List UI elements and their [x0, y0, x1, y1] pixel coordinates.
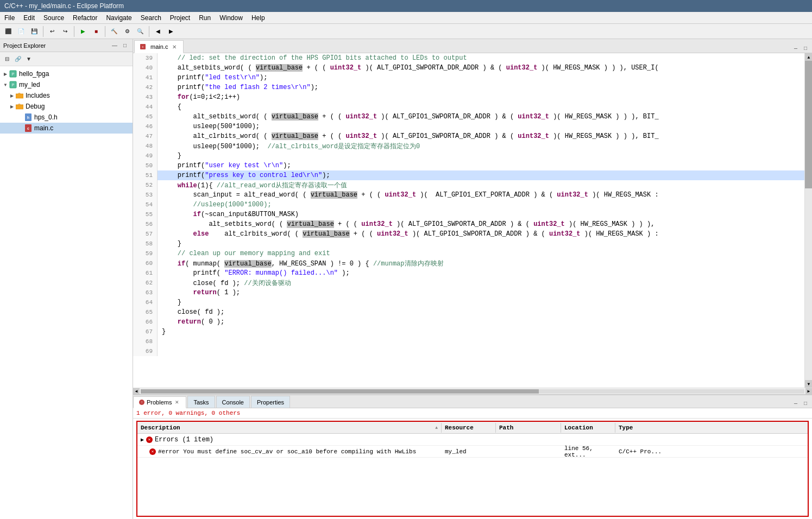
col-header-location[interactable]: Location: [561, 423, 615, 433]
hscroll-thumb[interactable]: [141, 389, 539, 394]
col-header-type[interactable]: Type: [615, 423, 681, 433]
tab-close-main-c[interactable]: ✕: [171, 43, 178, 50]
error-item-text: #error You must define soc_cv_av or soc_…: [158, 448, 416, 455]
pe-collapse-btn[interactable]: ⊟: [2, 54, 12, 64]
menu-edit[interactable]: Edit: [19, 13, 39, 23]
toolbar-btn-11[interactable]: ◀: [152, 26, 164, 37]
code-text-48: usleep(500*1000); //alt_clrbits_word是设定指…: [158, 141, 804, 151]
pe-minimize-icon[interactable]: —: [110, 41, 119, 50]
code-text-45: alt_setbits_word( ( virtual_base + ( ( u…: [158, 112, 804, 122]
vscroll-up-btn[interactable]: ▲: [805, 53, 812, 61]
tree-item-my-led[interactable]: ▼ P my_led: [0, 79, 133, 90]
bottom-tab-properties[interactable]: Properties: [251, 396, 290, 408]
code-row-64: 64 }: [133, 298, 804, 307]
code-row-51: 51 printf("press key to control led\r\n"…: [133, 170, 804, 180]
menu-run[interactable]: Run: [194, 13, 215, 23]
editor-tab-main-c[interactable]: c main.c ✕: [134, 40, 184, 53]
line-num-68: 68: [133, 337, 158, 346]
bottom-tab-tasks[interactable]: Tasks: [187, 396, 215, 408]
menu-source[interactable]: Source: [39, 13, 68, 23]
code-row-49: 49 }: [133, 151, 804, 161]
vscroll-thumb[interactable]: [805, 61, 812, 188]
bottom-tab-problems[interactable]: ! Problems ✕: [133, 396, 186, 408]
code-row-52: 52 while(1){ //alt_read_word从指定寄存器读取一个值: [133, 180, 804, 190]
editor-minimize-icon[interactable]: —: [791, 44, 800, 53]
tree-item-includes[interactable]: ▶ Includes: [0, 90, 133, 101]
pe-link-btn[interactable]: 🔗: [13, 54, 23, 64]
menu-file[interactable]: File: [0, 13, 19, 23]
sort-arrow-description: ▲: [435, 425, 438, 430]
code-row-54: 54 //usleep(1000*1000);: [133, 200, 804, 210]
col-label-path: Path: [499, 425, 513, 431]
svg-text:c: c: [27, 126, 29, 130]
hscroll-left-btn[interactable]: ◀: [133, 388, 140, 395]
toolbar-btn-7[interactable]: ■: [90, 26, 102, 37]
code-text-56: alt_setbits_word( ( virtual_base + ( ( u…: [158, 219, 804, 229]
toolbar-btn-4[interactable]: ↩: [46, 26, 58, 37]
line-num-40: 40: [133, 63, 158, 73]
svg-text:h: h: [27, 116, 29, 119]
toolbar-btn-2[interactable]: 📄: [15, 26, 27, 37]
code-row-55: 55 if(~scan_input&BUTTON_MASK): [133, 210, 804, 219]
menu-help[interactable]: Help: [247, 13, 269, 23]
toolbar-btn-9[interactable]: ⚙: [121, 26, 133, 37]
folder-icon-includes: [15, 91, 24, 100]
line-num-45: 45: [133, 112, 158, 122]
toolbar-btn-5[interactable]: ↪: [59, 26, 71, 37]
toolbar-btn-1[interactable]: ⬛: [2, 26, 14, 37]
bottom-tab-console[interactable]: Console: [216, 396, 250, 408]
tree-item-hello-fpga[interactable]: ▶ P hello_fpga: [0, 68, 133, 79]
vscroll-down-btn[interactable]: ▼: [805, 380, 812, 388]
hscroll-track[interactable]: [141, 389, 804, 394]
folder-icon-debug: [15, 102, 24, 111]
error-group-label: Errors (1 item): [155, 436, 213, 444]
code-editor[interactable]: 39 // led: set the direction of the HPS …: [133, 53, 804, 388]
hscroll-right-btn[interactable]: ▶: [805, 388, 812, 395]
menu-window[interactable]: Window: [215, 13, 247, 23]
menu-navigate[interactable]: Navigate: [102, 13, 136, 23]
window-title: C/C++ - my_led/main.c - Eclipse Platform: [4, 2, 124, 10]
editor-vscroll[interactable]: ▲ ▼: [804, 53, 812, 388]
code-text-58: }: [158, 239, 804, 249]
file-icon-hps-0h: h: [24, 113, 33, 122]
bottom-panel-minimize[interactable]: —: [791, 399, 800, 408]
problems-tab-label: Problems: [147, 399, 172, 406]
menu-search[interactable]: Search: [136, 13, 166, 23]
code-text-39: // led: set the direction of the HPS GPI…: [158, 53, 804, 63]
error-group-row[interactable]: ▶ ✕ Errors (1 item): [137, 434, 808, 446]
toolbar-sep-3: [105, 26, 105, 37]
col-label-type: Type: [619, 425, 633, 431]
col-header-resource[interactable]: Resource: [442, 423, 496, 433]
error-item-row[interactable]: ✕ #error You must define soc_cv_av or so…: [137, 446, 808, 458]
editor-area: c main.c ✕ — □ 39 // led: set: [133, 39, 812, 394]
col-header-path[interactable]: Path: [496, 423, 561, 433]
toolbar-btn-10[interactable]: 🔍: [134, 26, 146, 37]
vscroll-track[interactable]: [805, 61, 812, 380]
tree-item-hps-0h[interactable]: h hps_0.h: [0, 112, 133, 123]
editor-maximize-icon[interactable]: □: [801, 44, 810, 53]
pe-maximize-icon[interactable]: □: [121, 41, 129, 50]
toolbar-btn-6[interactable]: ▶: [77, 26, 89, 37]
toolbar-btn-8[interactable]: 🔨: [108, 26, 120, 37]
toolbar-btn-12[interactable]: ▶: [165, 26, 177, 37]
tree-item-main-c[interactable]: c main.c: [0, 123, 133, 134]
group-arrow-icon: ▶: [141, 436, 144, 443]
problems-bordered: Description ▲ Resource Path Location: [136, 421, 809, 517]
line-num-39: 39: [133, 53, 158, 63]
line-num-69: 69: [133, 346, 158, 356]
pe-menu-btn[interactable]: ▼: [24, 54, 34, 64]
toolbar-btn-3[interactable]: 💾: [28, 26, 40, 37]
tree-item-debug[interactable]: ▶ Debug: [0, 101, 133, 112]
code-text-42: printf("the led flash 2 times\r\n");: [158, 83, 804, 92]
code-row-39: 39 // led: set the direction of the HPS …: [133, 53, 804, 63]
menu-bar: File Edit Source Refactor Navigate Searc…: [0, 12, 812, 24]
menu-project[interactable]: Project: [166, 13, 194, 23]
menu-refactor[interactable]: Refactor: [68, 13, 102, 23]
bottom-panel-maximize[interactable]: □: [801, 399, 810, 408]
line-num-61: 61: [133, 268, 158, 278]
right-panel: c main.c ✕ — □ 39 // led: set: [133, 39, 812, 519]
code-row-43: 43 for(i=0;i<2;i++): [133, 92, 804, 102]
col-label-resource: Resource: [445, 425, 474, 431]
col-header-description[interactable]: Description ▲: [137, 423, 442, 433]
toolbar: ⬛ 📄 💾 ↩ ↪ ▶ ■ 🔨 ⚙ 🔍 ◀ ▶: [0, 24, 812, 39]
